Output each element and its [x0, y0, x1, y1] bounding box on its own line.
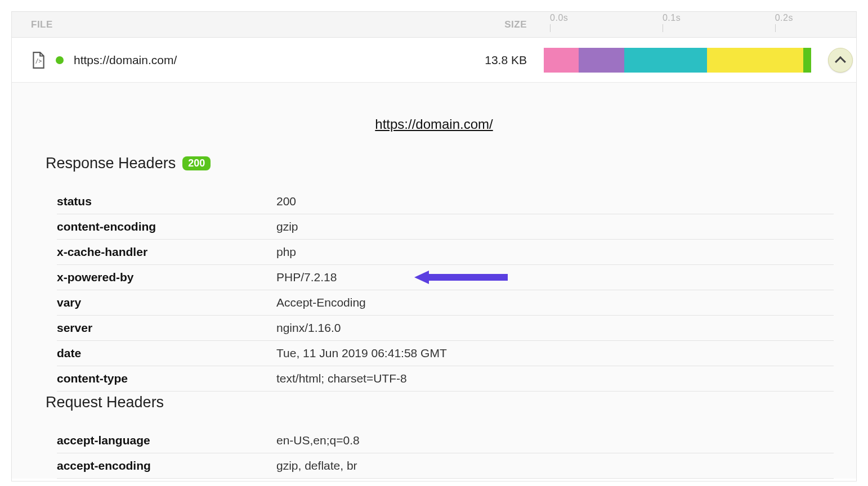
header-key: content-type — [57, 372, 276, 385]
tick-label: 0.2s — [775, 12, 793, 23]
header-row: content-typetext/html; charset=UTF-8 — [57, 366, 834, 392]
svg-text:/>: /> — [35, 58, 42, 64]
timing-bars — [544, 48, 811, 73]
header-key: x-powered-by — [57, 271, 276, 284]
timing-bar-wait — [707, 48, 803, 73]
col-header-file[interactable]: FILE — [12, 19, 423, 30]
header-key: content-encoding — [57, 220, 276, 233]
header-value: 200 — [276, 195, 834, 208]
header-row: servernginx/1.16.0 — [57, 316, 834, 341]
collapse-button[interactable] — [828, 48, 853, 73]
response-headers-title: Response Headers 200 — [46, 155, 822, 172]
timing-bar-connect — [624, 48, 707, 73]
status-dot-icon — [56, 56, 64, 64]
header-row: content-encodinggzip — [57, 214, 834, 240]
file-cell: /> https://domain.com/ — [12, 52, 423, 68]
col-header-timeline: 0.0s 0.1s 0.2s — [544, 12, 856, 37]
header-row: dateTue, 11 Jun 2019 06:41:58 GMT — [57, 341, 834, 366]
header-value: php — [276, 245, 834, 259]
header-value: text/html; charset=UTF-8 — [276, 372, 834, 385]
header-row: x-powered-byPHP/7.2.18 — [57, 265, 834, 290]
header-row: status200 — [57, 189, 834, 214]
timing-bar-dns — [579, 48, 624, 73]
request-row[interactable]: /> https://domain.com/ 13.8 KB — [12, 38, 856, 83]
header-row: accept-encodinggzip, deflate, br — [57, 453, 834, 479]
timeline-cell — [544, 38, 856, 82]
table-header: FILE SIZE 0.0s 0.1s 0.2s — [12, 12, 856, 38]
annotation-arrow-icon — [414, 271, 508, 284]
header-key: accept-language — [57, 434, 276, 447]
request-headers-title: Request Headers — [46, 394, 822, 411]
header-value: Tue, 11 Jun 2019 06:41:58 GMT — [276, 346, 834, 360]
timing-bar-receive — [803, 48, 811, 73]
header-row: x-cache-handlerphp — [57, 240, 834, 265]
response-headers-label: Response Headers — [46, 155, 176, 172]
status-badge: 200 — [182, 156, 211, 170]
tick-label: 0.1s — [663, 12, 681, 23]
request-details: https://domain.com/ Response Headers 200… — [12, 83, 856, 479]
header-key: status — [57, 195, 276, 208]
response-headers-table: status200content-encodinggzipx-cache-han… — [57, 189, 834, 392]
header-key: x-cache-handler — [57, 245, 276, 259]
header-value: gzip — [276, 220, 834, 233]
request-headers-table: accept-languageen-US,en;q=0.8accept-enco… — [57, 428, 834, 479]
timing-bar-blocked — [544, 48, 579, 73]
header-key: vary — [57, 296, 276, 309]
document-icon: /> — [31, 52, 46, 68]
tick-label: 0.0s — [550, 12, 568, 23]
size-cell: 13.8 KB — [423, 53, 544, 67]
header-row: accept-languageen-US,en;q=0.8 — [57, 428, 834, 453]
header-value: en-US,en;q=0.8 — [276, 434, 834, 447]
header-key: accept-encoding — [57, 459, 276, 472]
header-value: Accept-Encoding — [276, 296, 834, 309]
request-url: https://domain.com/ — [74, 53, 177, 67]
header-value: PHP/7.2.18 — [276, 271, 834, 284]
header-row: varyAccept-Encoding — [57, 290, 834, 316]
chevron-up-icon — [835, 56, 846, 67]
header-key: date — [57, 346, 276, 360]
detail-url-link[interactable]: https://domain.com/ — [46, 116, 822, 132]
header-key: server — [57, 321, 276, 335]
header-value: gzip, deflate, br — [276, 459, 834, 472]
header-value: nginx/1.16.0 — [276, 321, 834, 335]
waterfall-panel: FILE SIZE 0.0s 0.1s 0.2s /> https://doma… — [11, 11, 857, 482]
col-header-size[interactable]: SIZE — [423, 19, 544, 30]
